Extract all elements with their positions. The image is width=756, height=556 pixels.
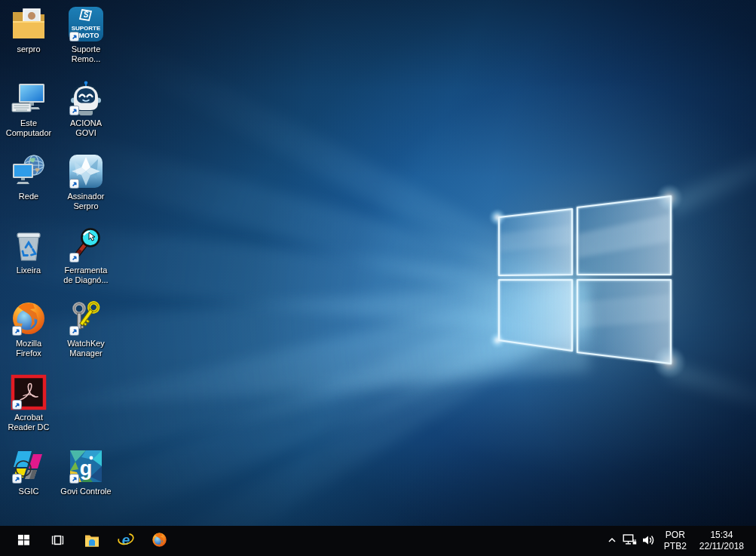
tray-expand-button[interactable] [603, 526, 621, 556]
desktop-icon-rede[interactable]: Rede [0, 153, 57, 201]
taskbar: e [0, 526, 756, 556]
acrobat-reader-icon [11, 374, 47, 410]
desktop-icon-acrobat-reader[interactable]: Acrobat Reader DC [0, 374, 57, 432]
icon-label: ACIONA GOVI [57, 118, 115, 138]
internet-explorer-icon: e [118, 532, 134, 551]
shortcut-arrow-icon [69, 179, 79, 189]
desktop[interactable]: serpro S SUPORTE MOTO Suporte Remo... [0, 0, 756, 526]
desktop-icon-sgic[interactable]: SGIC [0, 448, 57, 496]
language-code: POR [666, 530, 685, 541]
chevron-up-icon [606, 534, 618, 548]
suporte-remoto-icon: S SUPORTE MOTO [68, 6, 104, 42]
shortcut-arrow-icon [69, 32, 79, 41]
firefox-taskbar-button[interactable] [142, 526, 176, 556]
icon-label: Acrobat Reader DC [0, 413, 57, 432]
icon-label: WatchKey Manager [57, 339, 115, 358]
svg-text:g: g [80, 457, 93, 480]
shortcut-arrow-icon [69, 326, 79, 336]
shortcut-arrow-icon [69, 253, 79, 263]
svg-text:S: S [84, 11, 89, 19]
svg-text:e: e [121, 532, 130, 548]
desktop-icon-govi-controle[interactable]: g Govi Controle [57, 448, 115, 496]
watchkey-keys-icon [68, 300, 104, 336]
language-indicator[interactable]: POR PTB2 [657, 526, 693, 556]
diagnostic-magnifier-icon [68, 227, 104, 263]
firefox-icon [152, 532, 167, 550]
icon-label: Lixeira [0, 266, 57, 275]
firefox-icon [11, 300, 47, 336]
internet-explorer-button[interactable]: e [109, 526, 142, 556]
shortcut-arrow-icon [12, 326, 22, 336]
taskbar-left: e [0, 526, 176, 556]
this-pc-icon [11, 80, 47, 116]
file-explorer-icon [84, 533, 99, 549]
icon-label: Este Computador [0, 118, 57, 138]
govi-controle-icon: g [68, 448, 104, 484]
sgic-icon [11, 448, 47, 484]
recycle-bin-icon [11, 227, 47, 263]
svg-text:MOTO: MOTO [79, 32, 99, 39]
aciona-govi-robot-icon [68, 80, 104, 116]
shortcut-arrow-icon [69, 106, 79, 115]
network-icon [11, 153, 47, 189]
svg-text:SUPORTE: SUPORTE [72, 25, 101, 32]
desktop-icon-lixeira[interactable]: Lixeira [0, 227, 57, 275]
task-view-button[interactable] [41, 526, 75, 556]
keyboard-layout-code: PTB2 [664, 541, 687, 552]
tray-date: 22/11/2018 [699, 541, 744, 552]
icon-label: serpro [0, 45, 57, 54]
speaker-icon [641, 534, 655, 548]
icon-label: Mozilla Firefox [0, 339, 57, 358]
serpro-folder-icon [11, 6, 47, 42]
shortcut-arrow-icon [12, 474, 22, 484]
icon-label: Ferramenta de Diagnó... [57, 266, 115, 285]
desktop-icon-este-computador[interactable]: Este Computador [0, 80, 57, 138]
file-explorer-button[interactable] [75, 526, 109, 556]
desktop-icon-serpro[interactable]: serpro [0, 6, 57, 54]
volume-tray-button[interactable] [639, 526, 657, 556]
tray-time: 15:34 [710, 530, 733, 541]
desktop-icon-ferramenta-diagnostico[interactable]: Ferramenta de Diagnó... [57, 227, 115, 285]
icon-label: SGIC [0, 487, 57, 496]
icon-label: Suporte Remo... [57, 45, 115, 64]
desktop-icon-watchkey-manager[interactable]: WatchKey Manager [57, 300, 115, 358]
task-view-icon [51, 533, 65, 549]
desktop-icon-mozilla-firefox[interactable]: Mozilla Firefox [0, 300, 57, 358]
icon-label: Govi Controle [57, 487, 115, 496]
desktop-icon-suporte-remoto[interactable]: S SUPORTE MOTO Suporte Remo... [57, 6, 115, 64]
system-tray: POR PTB2 15:34 22/11/2018 [603, 526, 756, 556]
windows-logo-icon [17, 533, 30, 548]
desktop-icon-assinador-serpro[interactable]: Assinador Serpro [57, 153, 115, 211]
ethernet-network-icon [623, 533, 637, 548]
icon-label: Rede [0, 192, 57, 201]
shortcut-arrow-icon [69, 474, 79, 484]
network-tray-button[interactable] [621, 526, 639, 556]
icon-label: Assinador Serpro [57, 192, 115, 211]
desktop-icon-aciona-govi[interactable]: ACIONA GOVI [57, 80, 115, 138]
clock[interactable]: 15:34 22/11/2018 [693, 526, 750, 556]
shortcut-arrow-icon [12, 400, 22, 410]
assinador-serpro-icon [68, 153, 104, 189]
start-button[interactable] [7, 526, 41, 556]
